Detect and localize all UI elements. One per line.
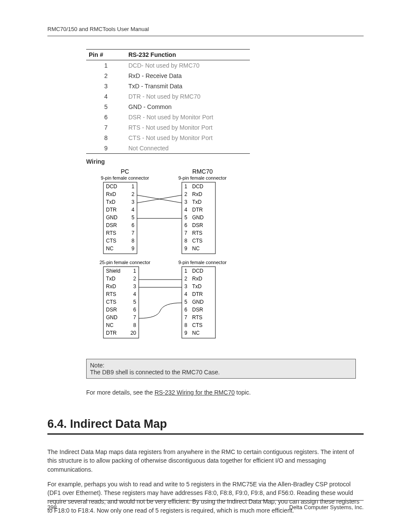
func-cell: TxD - Transmit Data xyxy=(126,81,250,91)
svg-text:8: 8 xyxy=(184,322,187,328)
svg-text:20: 20 xyxy=(131,330,137,336)
svg-text:5: 5 xyxy=(131,215,134,221)
svg-text:TxD: TxD xyxy=(192,283,202,289)
svg-text:DCD: DCD xyxy=(106,184,117,190)
svg-text:NC: NC xyxy=(106,322,114,328)
table-row: 7RTS - Not used by Monitor Port xyxy=(86,122,250,133)
svg-text:NC: NC xyxy=(192,246,200,252)
func-cell: RTS - Not used by Monitor Port xyxy=(126,122,250,133)
svg-text:1: 1 xyxy=(133,268,136,274)
svg-text:9-pin female connector: 9-pin female connector xyxy=(101,175,149,180)
svg-text:RxD: RxD xyxy=(106,283,116,289)
pin-cell: 3 xyxy=(86,81,126,91)
svg-text:9: 9 xyxy=(131,246,134,252)
svg-text:3: 3 xyxy=(131,199,134,205)
svg-text:1: 1 xyxy=(184,268,187,274)
svg-text:DTR: DTR xyxy=(192,207,203,213)
func-cell: CTS - Not used by Monitor Port xyxy=(126,133,250,143)
func-cell: GND - Common xyxy=(126,102,250,112)
pin-header-col1: Pin # xyxy=(86,50,126,60)
svg-text:CTS: CTS xyxy=(192,322,202,328)
svg-text:TxD: TxD xyxy=(192,199,202,205)
doc-header: RMC70/150 and RMCTools User Manual xyxy=(47,26,364,36)
table-row: 3TxD - Transmit Data xyxy=(86,81,250,91)
svg-text:DSR: DSR xyxy=(192,222,203,228)
svg-text:RxD: RxD xyxy=(192,276,202,282)
svg-text:RTS: RTS xyxy=(106,230,116,236)
svg-text:GND: GND xyxy=(106,215,118,221)
table-row: 9Not Connected xyxy=(86,143,250,154)
pin-cell: 8 xyxy=(86,133,126,143)
svg-text:CTS: CTS xyxy=(192,238,202,244)
followup-pre: For more details, see the xyxy=(86,389,155,396)
svg-text:RxD: RxD xyxy=(106,191,116,197)
svg-text:TxD: TxD xyxy=(106,276,115,282)
svg-text:1: 1 xyxy=(184,184,187,190)
svg-text:6: 6 xyxy=(133,307,136,313)
page-footer: 398 Delta Computer Systems, Inc. xyxy=(47,500,364,510)
svg-text:DSR: DSR xyxy=(106,222,117,228)
svg-text:GND: GND xyxy=(106,314,118,320)
wiring-diagram: PC RMC70 9-pin female connector 9-pin fe… xyxy=(86,168,241,357)
svg-text:TxD: TxD xyxy=(106,199,115,205)
svg-text:NC: NC xyxy=(106,246,114,252)
svg-text:3: 3 xyxy=(184,283,187,289)
svg-text:RxD: RxD xyxy=(192,191,202,197)
svg-text:GND: GND xyxy=(192,215,204,221)
svg-text:7: 7 xyxy=(133,314,136,320)
func-cell: RxD - Receive Data xyxy=(126,71,250,81)
note-title: Note: xyxy=(90,362,352,369)
rs232-wiring-link[interactable]: RS-232 Wiring for the RMC70 xyxy=(155,389,235,396)
svg-text:4: 4 xyxy=(131,207,134,213)
svg-text:25-pin female connector: 25-pin female connector xyxy=(100,260,150,265)
table-row: 8CTS - Not used by Monitor Port xyxy=(86,133,250,143)
svg-text:4: 4 xyxy=(184,291,187,297)
svg-text:5: 5 xyxy=(184,215,187,221)
page-number: 398 xyxy=(47,504,57,510)
svg-text:DCD: DCD xyxy=(192,184,203,190)
pin-cell: 9 xyxy=(86,143,126,154)
svg-text:3: 3 xyxy=(133,283,136,289)
svg-text:5: 5 xyxy=(184,299,187,305)
pin-cell: 5 xyxy=(86,102,126,112)
pin-cell: 6 xyxy=(86,112,126,122)
pin-cell: 2 xyxy=(86,71,126,81)
svg-text:DCD: DCD xyxy=(192,268,203,274)
svg-text:9: 9 xyxy=(184,246,187,252)
svg-text:RTS: RTS xyxy=(106,291,116,297)
svg-text:9-pin female connector: 9-pin female connector xyxy=(178,260,227,265)
svg-text:DSR: DSR xyxy=(192,307,203,313)
svg-text:DTR: DTR xyxy=(106,207,117,213)
svg-text:NC: NC xyxy=(192,330,200,336)
svg-text:8: 8 xyxy=(184,238,187,244)
footer-company: Delta Computer Systems, Inc. xyxy=(289,504,364,510)
section-heading: 6.4. Indirect Data Map xyxy=(47,417,364,435)
func-cell: DCD- Not used by RMC70 xyxy=(126,60,250,71)
func-cell: Not Connected xyxy=(126,143,250,154)
func-cell: DSR - Not used by Monitor Port xyxy=(126,112,250,122)
svg-text:DTR: DTR xyxy=(106,330,117,336)
svg-text:2: 2 xyxy=(133,276,136,282)
table-row: 6DSR - Not used by Monitor Port xyxy=(86,112,250,122)
func-cell: DTR - Not used by RMC70 xyxy=(126,91,250,102)
svg-text:DSR: DSR xyxy=(106,307,117,313)
svg-text:1: 1 xyxy=(131,184,134,190)
note-text: The DB9 shell is connected to the RMC70 … xyxy=(90,369,352,376)
svg-text:4: 4 xyxy=(133,291,136,297)
svg-text:RTS: RTS xyxy=(192,314,202,320)
svg-text:5: 5 xyxy=(133,299,136,305)
table-row: 4DTR - Not used by RMC70 xyxy=(86,91,250,102)
svg-text:7: 7 xyxy=(131,230,134,236)
pin-cell: 4 xyxy=(86,91,126,102)
svg-text:GND: GND xyxy=(192,299,204,305)
svg-text:2: 2 xyxy=(184,191,187,197)
svg-text:CTS: CTS xyxy=(106,299,116,305)
svg-text:PC: PC xyxy=(121,168,129,175)
svg-text:3: 3 xyxy=(184,199,187,205)
svg-text:CTS: CTS xyxy=(106,238,116,244)
table-row: 5GND - Common xyxy=(86,102,250,112)
followup-text: For more details, see the RS-232 Wiring … xyxy=(86,389,364,396)
pin-cell: 1 xyxy=(86,60,126,71)
svg-text:9: 9 xyxy=(184,330,187,336)
svg-text:9-pin female connector: 9-pin female connector xyxy=(178,175,227,180)
